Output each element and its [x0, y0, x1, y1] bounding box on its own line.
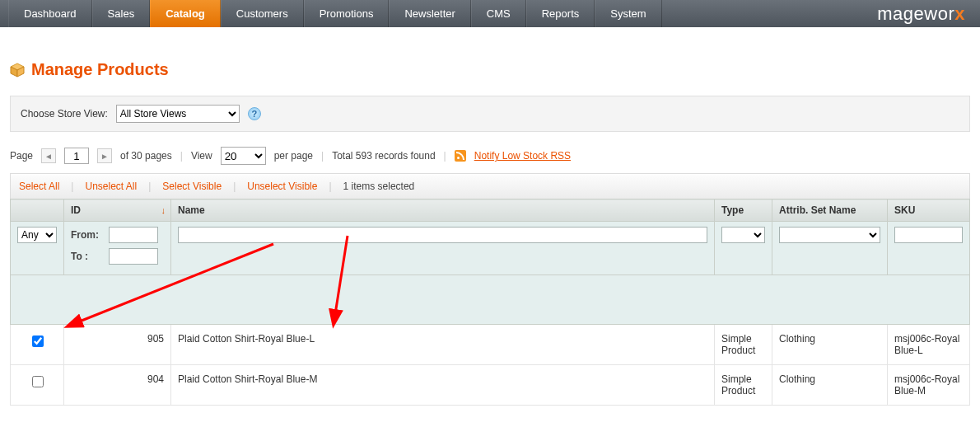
table-row[interactable]: 904 Plaid Cotton Shirt-Royal Blue-M Simp… — [11, 365, 970, 406]
filter-checkbox-select[interactable]: Any — [17, 227, 57, 243]
unselect-visible-link[interactable]: Unselect Visible — [247, 181, 317, 192]
col-id[interactable]: ID ↓ — [64, 199, 171, 222]
notify-low-stock-link[interactable]: Notify Low Stock RSS — [474, 150, 571, 162]
per-page-suffix: per page — [274, 150, 313, 162]
store-view-label: Choose Store View: — [21, 108, 108, 120]
page-title: Manage Products — [10, 60, 970, 79]
brand-accent: x — [954, 3, 965, 25]
cell-type: Simple Product — [715, 365, 772, 406]
cell-id: 904 — [64, 365, 171, 406]
filter-from-label: From: — [71, 229, 104, 241]
per-page-select[interactable]: 20 — [221, 147, 266, 165]
sort-desc-icon: ↓ — [161, 205, 166, 215]
cell-sku: msj006c-Royal Blue-M — [888, 365, 970, 406]
col-type[interactable]: Type — [715, 199, 772, 222]
col-name[interactable]: Name — [171, 199, 715, 222]
prev-page-button[interactable]: ◄ — [41, 148, 56, 163]
page-input[interactable] — [64, 148, 89, 164]
filter-sku-input[interactable] — [894, 227, 963, 243]
store-view-select[interactable]: All Store Views — [116, 105, 240, 123]
row-checkbox[interactable] — [32, 336, 44, 347]
row-checkbox[interactable] — [32, 376, 44, 387]
nav-tab-sales[interactable]: Sales — [92, 0, 151, 27]
nav-tab-system[interactable]: System — [595, 0, 661, 27]
view-label: View — [191, 150, 212, 162]
help-icon[interactable]: ? — [248, 107, 261, 120]
next-page-button[interactable]: ► — [97, 148, 112, 163]
cell-name: Plaid Cotton Shirt-Royal Blue-M — [171, 365, 715, 406]
annotation-arrow-1 — [68, 240, 282, 331]
filter-type-select[interactable] — [721, 227, 765, 243]
col-sku[interactable]: SKU — [888, 199, 970, 222]
nav-tab-cms[interactable]: CMS — [471, 0, 526, 27]
nav-tab-customers[interactable]: Customers — [221, 0, 304, 27]
unselect-all-link[interactable]: Unselect All — [85, 181, 137, 192]
brand-text: magewor — [877, 3, 954, 25]
cell-sku: msj006c-Royal Blue-L — [888, 325, 970, 365]
cell-aset: Clothing — [772, 365, 888, 406]
top-nav: Dashboard Sales Catalog Customers Promot… — [0, 0, 980, 27]
select-all-link[interactable]: Select All — [19, 181, 59, 192]
nav-tab-catalog[interactable]: Catalog — [150, 0, 221, 27]
nav-tab-reports[interactable]: Reports — [526, 0, 595, 27]
page-title-text: Manage Products — [31, 60, 169, 79]
filter-aset-select[interactable] — [779, 227, 880, 243]
store-view-bar: Choose Store View: All Store Views ? — [10, 96, 970, 132]
massaction-bar: Select All | Unselect All | Select Visib… — [10, 173, 970, 199]
of-pages-label: of 30 pages — [120, 150, 172, 162]
svg-line-3 — [77, 244, 273, 322]
items-selected-count: 1 items selected — [343, 181, 415, 192]
annotation-arrow-2 — [327, 232, 360, 322]
nav-tab-promotions[interactable]: Promotions — [304, 0, 390, 27]
col-attrib-set[interactable]: Attrib. Set Name — [772, 199, 888, 222]
cell-type: Simple Product — [715, 325, 772, 365]
svg-line-4 — [335, 236, 348, 314]
select-visible-link[interactable]: Select Visible — [162, 181, 222, 192]
nav-tab-dashboard[interactable]: Dashboard — [8, 0, 92, 27]
brand-logo: mageworx — [877, 0, 980, 27]
page-label: Page — [10, 150, 33, 162]
pager-bar: Page ◄ ► of 30 pages | View 20 per page … — [10, 132, 970, 173]
total-records: Total 593 records found — [332, 150, 435, 162]
cell-aset: Clothing — [772, 325, 888, 365]
package-icon — [10, 63, 25, 77]
rss-icon — [455, 150, 466, 162]
col-checkbox — [11, 199, 64, 222]
nav-tab-newsletter[interactable]: Newsletter — [389, 0, 470, 27]
